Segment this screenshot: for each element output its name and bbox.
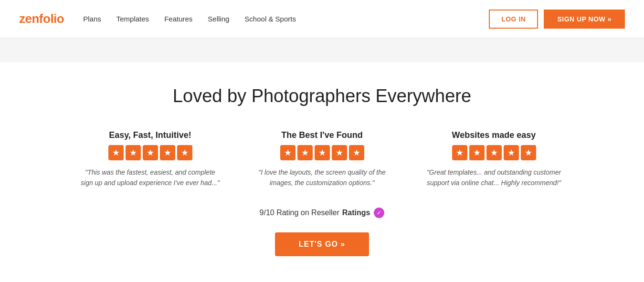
star-2-2: ★ [297, 145, 313, 160]
review-title-3: Websites made easy [422, 130, 566, 140]
stars-1: ★ ★ ★ ★ ★ [79, 145, 222, 160]
star-3-5: ★ [521, 145, 536, 160]
banner [0, 38, 644, 62]
nav-item-plans[interactable]: Plans [83, 15, 101, 23]
review-card-1: Easy, Fast, Intuitive! ★ ★ ★ ★ ★ "This w… [79, 130, 222, 188]
header: zenfolio Plans Templates Features Sellin… [0, 0, 644, 38]
review-title-2: The Best I've Found [251, 130, 394, 140]
star-3-2: ★ [469, 145, 485, 160]
nav-item-features[interactable]: Features [164, 15, 192, 23]
logo[interactable]: zenfolio [19, 11, 64, 26]
nav-item-school-sports[interactable]: School & Sports [244, 15, 296, 23]
star-1-4: ★ [160, 145, 175, 160]
header-left: zenfolio Plans Templates Features Sellin… [19, 11, 296, 26]
review-text-2: "I love the layouts, the screen quality … [251, 167, 394, 188]
star-2-4: ★ [332, 145, 347, 160]
nav-item-templates[interactable]: Templates [116, 15, 149, 23]
star-2-5: ★ [349, 145, 364, 160]
rating-line: 9/10 Rating on ResellerRatings ✓ [19, 208, 625, 218]
header-right: LOG IN SIGN UP NOW » [489, 10, 625, 29]
lets-go-button[interactable]: LET'S GO » [275, 232, 369, 256]
star-2-3: ★ [315, 145, 330, 160]
star-1-3: ★ [143, 145, 158, 160]
review-card-2: The Best I've Found ★ ★ ★ ★ ★ "I love th… [251, 130, 394, 188]
main-content: Loved by Photographers Everywhere Easy, … [0, 62, 644, 275]
star-3-3: ★ [486, 145, 502, 160]
stars-2: ★ ★ ★ ★ ★ [251, 145, 394, 160]
reseller-check-icon: ✓ [374, 208, 384, 218]
star-1-5: ★ [177, 145, 192, 160]
review-card-3: Websites made easy ★ ★ ★ ★ ★ "Great temp… [422, 130, 566, 188]
star-1-1: ★ [108, 145, 124, 160]
rating-bold: Ratings [342, 209, 370, 217]
star-3-4: ★ [504, 145, 519, 160]
star-2-1: ★ [280, 145, 296, 160]
review-text-3: "Great templates... and outstanding cust… [422, 167, 566, 188]
nav: Plans Templates Features Selling School … [83, 15, 296, 23]
login-button[interactable]: LOG IN [489, 10, 538, 29]
page-title: Loved by Photographers Everywhere [19, 86, 625, 106]
star-1-2: ★ [126, 145, 141, 160]
star-3-1: ★ [452, 145, 467, 160]
review-title-1: Easy, Fast, Intuitive! [79, 130, 222, 140]
review-text-1: "This was the fastest, easiest, and comp… [79, 167, 222, 188]
rating-text: 9/10 Rating on Reseller [260, 209, 339, 217]
reviews-container: Easy, Fast, Intuitive! ★ ★ ★ ★ ★ "This w… [19, 130, 625, 188]
stars-3: ★ ★ ★ ★ ★ [422, 145, 566, 160]
signup-button[interactable]: SIGN UP NOW » [544, 10, 625, 29]
nav-item-selling[interactable]: Selling [208, 15, 229, 23]
